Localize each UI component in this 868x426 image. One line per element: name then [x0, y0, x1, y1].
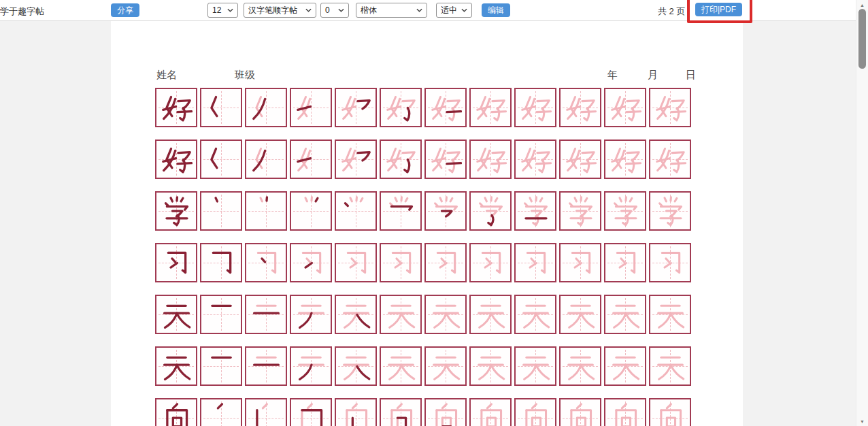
sheet-type-select[interactable]: 汉字笔顺字帖	[244, 3, 316, 18]
char-glyph	[340, 247, 372, 279]
char-glyph	[385, 350, 417, 382]
char-glyph	[520, 195, 552, 227]
trace-cell	[469, 140, 512, 179]
char-glyph	[430, 144, 462, 176]
stroke-step-cell	[380, 140, 422, 179]
font-family-value: 楷体	[361, 5, 377, 16]
char-glyph	[250, 92, 282, 124]
char-glyph	[475, 247, 507, 279]
stroke-step-cell	[245, 191, 287, 231]
trace-cell	[604, 346, 646, 386]
stroke-step-cell	[290, 346, 332, 386]
trace-cell	[604, 140, 646, 179]
stroke-step-cell	[335, 191, 377, 231]
stroke-step-cell	[290, 140, 332, 179]
char-glyph	[161, 247, 193, 279]
stroke-step-cell	[245, 88, 287, 127]
char-glyph	[385, 247, 417, 279]
example-cell	[155, 295, 197, 334]
font-family-select[interactable]: 楷体	[356, 3, 427, 18]
example-cell	[155, 191, 197, 231]
edit-button[interactable]: 编辑	[482, 3, 510, 17]
trace-cell	[559, 140, 601, 179]
practice-row	[155, 295, 691, 334]
print-pdf-button[interactable]: 打印|PDF	[695, 3, 742, 16]
char-glyph	[654, 350, 686, 382]
char-glyph	[385, 195, 417, 227]
stroke-step-cell	[200, 243, 242, 282]
example-cell	[155, 243, 197, 282]
stroke-step-cell	[290, 191, 332, 231]
font-size-select[interactable]: 12	[207, 3, 238, 18]
char-glyph	[161, 350, 193, 382]
chevron-down-icon	[416, 8, 422, 12]
char-glyph	[654, 144, 686, 176]
char-glyph	[475, 144, 507, 176]
trace-cell	[380, 243, 422, 282]
char-glyph	[475, 350, 507, 382]
char-glyph	[610, 247, 641, 279]
trace-cell	[604, 398, 646, 426]
char-glyph	[385, 299, 417, 331]
char-glyph	[205, 402, 237, 426]
char-glyph	[520, 92, 552, 124]
char-glyph	[161, 299, 193, 331]
char-glyph	[340, 195, 372, 227]
stroke-step-cell	[380, 398, 422, 426]
char-glyph	[340, 350, 372, 382]
scroll-up-arrow[interactable]: ▲	[856, 0, 868, 10]
share-button[interactable]: 分享	[111, 3, 139, 17]
trace-cell	[469, 243, 512, 282]
stroke-step-cell	[424, 140, 467, 179]
char-glyph	[295, 299, 327, 331]
stroke-option-select[interactable]: 0	[320, 3, 349, 18]
practice-row	[155, 88, 691, 127]
char-glyph	[161, 144, 193, 176]
practice-row	[155, 398, 691, 426]
char-glyph	[610, 195, 641, 227]
char-glyph	[430, 402, 462, 426]
char-glyph	[161, 195, 193, 227]
char-glyph	[475, 92, 507, 124]
scrollbar[interactable]: ▲ ▼	[856, 0, 868, 426]
char-glyph	[654, 402, 686, 426]
stroke-step-cell	[380, 191, 422, 231]
stroke-step-cell	[245, 346, 287, 386]
char-glyph	[565, 195, 597, 227]
stroke-step-cell	[290, 295, 332, 334]
density-value: 适中	[441, 5, 457, 16]
char-glyph	[205, 247, 237, 279]
trace-cell	[514, 140, 556, 179]
practice-row	[155, 191, 691, 231]
char-glyph	[250, 402, 282, 426]
trace-cell	[514, 398, 556, 426]
char-glyph	[205, 92, 237, 124]
stroke-step-cell	[380, 88, 422, 127]
char-glyph	[385, 402, 417, 426]
char-glyph	[610, 350, 641, 382]
trace-cell	[469, 88, 512, 127]
trace-cell	[649, 243, 691, 282]
trace-cell	[469, 398, 512, 426]
toolbar: 分享 学于趣字帖 12 汉字笔顺字帖 0 楷体 适中 编辑 共 2 页 打印|P…	[0, 0, 856, 21]
stroke-step-cell	[424, 191, 467, 231]
practice-row	[155, 243, 691, 282]
char-glyph	[475, 195, 507, 227]
chevron-down-icon	[305, 8, 312, 12]
scrollbar-thumb[interactable]	[858, 9, 866, 69]
density-select[interactable]: 适中	[436, 3, 472, 18]
trace-cell	[380, 295, 422, 334]
scroll-down-arrow[interactable]: ▼	[856, 416, 868, 426]
char-glyph	[340, 144, 372, 176]
stroke-step-cell	[469, 191, 512, 231]
stroke-step-cell	[335, 295, 377, 334]
example-cell	[155, 398, 197, 426]
char-glyph	[520, 299, 552, 331]
stroke-step-cell	[245, 398, 287, 426]
char-glyph	[475, 402, 507, 426]
trace-cell	[604, 243, 646, 282]
char-glyph	[340, 92, 372, 124]
example-cell	[155, 346, 197, 386]
stroke-step-cell	[335, 398, 377, 426]
stroke-step-cell	[200, 398, 242, 426]
